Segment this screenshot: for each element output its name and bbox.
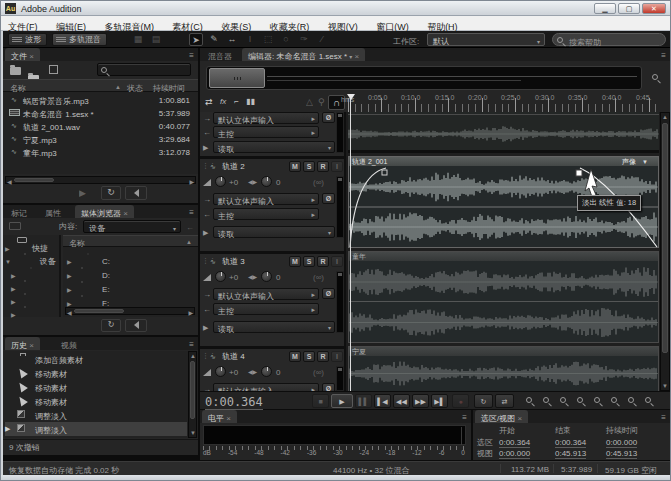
track3-mute-button[interactable]: M [289, 256, 301, 267]
zoom-selection-out-button[interactable] [628, 397, 634, 403]
track2-pan-knob[interactable] [261, 176, 272, 187]
track2-phase-button[interactable]: Ø [322, 193, 335, 204]
selection-duration[interactable]: 0:00.000 [606, 439, 637, 448]
file-row[interactable]: 未命名混音 1.sesx *5:37.989 [3, 106, 198, 119]
track1-automation-mode[interactable]: 读取 ▾ [213, 141, 335, 153]
zoom-in-button[interactable] [526, 397, 532, 403]
track3-volume-knob[interactable] [215, 271, 226, 282]
clip-tongnian[interactable]: 童年 [348, 251, 659, 343]
clip-track2-001[interactable]: 轨道 2_001 声像 ▼ 淡出 线性 值: 18 [348, 156, 659, 248]
tab-markers[interactable]: 标记 [5, 205, 33, 218]
tab-selection-view[interactable]: 选区/视图 × [475, 410, 528, 423]
file-row[interactable]: ∿ 宁夏.mp33:29.684 [3, 132, 198, 145]
view-start[interactable]: 0:00.000 [499, 450, 530, 459]
waveform-view-button[interactable]: 波形 [8, 33, 47, 46]
tab-video[interactable]: 视频 [55, 337, 83, 350]
new-item-icon[interactable] [49, 65, 58, 74]
panel-menu-icon[interactable]: ≡ [661, 51, 666, 60]
sort-asc-icon[interactable]: ▲ [115, 84, 121, 90]
tab-close-icon[interactable]: × [123, 209, 128, 218]
track3-volume-value[interactable]: +0 [229, 274, 238, 282]
tab-close-icon[interactable]: × [29, 52, 34, 61]
open-file-icon[interactable] [10, 67, 21, 75]
clip3-waveform-left[interactable] [349, 262, 658, 302]
tracks-vscrollbar[interactable]: ▲ ▼ [660, 112, 670, 391]
panel-menu-icon[interactable]: ≡ [661, 413, 666, 422]
rewind-button[interactable]: ◀◀ [393, 394, 410, 408]
tab-files[interactable]: 文件 × [5, 48, 40, 61]
history-item-current[interactable]: ▶ 调整淡入 [5, 422, 187, 436]
history-vscrollbar[interactable]: ▲ ▼ [188, 351, 197, 438]
tab-dropdown-icon[interactable]: ▾ [349, 54, 352, 60]
files-column-header[interactable]: 名称 ▲ 状态 持续时间 [3, 79, 198, 92]
minimize-button[interactable]: ▁ [594, 3, 616, 14]
panel-menu-icon[interactable]: ≡ [189, 208, 194, 217]
zoom-out-button[interactable] [543, 397, 549, 403]
track1-input-selector[interactable]: 默认立体声输入 ▸ [213, 112, 319, 124]
track2-volume-knob[interactable] [215, 176, 226, 187]
track4-name[interactable]: 轨道 4 [222, 353, 245, 361]
track4-solo-button[interactable]: S [303, 351, 315, 362]
files-search-input[interactable] [97, 63, 191, 76]
tab-levels[interactable]: 电平 × [202, 410, 237, 423]
track4-record-button[interactable]: R [317, 351, 329, 362]
clip-ningxia[interactable]: 宁夏 [348, 346, 659, 391]
track3-phase-button[interactable]: Ø [322, 288, 335, 299]
record-monitor-icon[interactable]: ⚲ [318, 97, 325, 107]
track3-input-selector[interactable]: 默认立体声输入 ▸ [213, 288, 319, 300]
marquee-tool[interactable]: ⬚ [261, 33, 275, 46]
zoom-out-time-button[interactable] [577, 397, 583, 403]
track2-input-selector[interactable]: 默认立体声输入 ▸ [213, 193, 319, 205]
clip-header[interactable]: 宁夏 [349, 347, 658, 356]
file-row[interactable]: ∿ 轨道 2_001.wav0:40.077 [3, 119, 198, 132]
brush-tool[interactable]: ✑ [297, 33, 311, 46]
zoom-range-handle[interactable] [209, 68, 265, 88]
loop-preview-icon[interactable]: ↻ [101, 186, 121, 200]
tab-properties[interactable]: 属性 [39, 205, 67, 218]
playhead-time[interactable]: 0:00.364 [205, 395, 263, 410]
track4-mute-button[interactable]: M [289, 351, 301, 362]
play-button[interactable]: ▶ [331, 394, 353, 408]
search-help-box[interactable]: 搜索帮助 [552, 33, 666, 46]
tab-history[interactable]: 历史 × [5, 337, 40, 350]
loop-preview-icon[interactable]: ↻ [101, 319, 121, 332]
track3-automation-mode[interactable]: 读取 ▾ [213, 321, 335, 333]
lasso-tool[interactable]: ○ [279, 33, 293, 46]
metronome-icon[interactable]: △ [306, 97, 313, 107]
track2-output-selector[interactable]: 主控 ▸ [213, 208, 319, 220]
zoom-navigator[interactable] [206, 66, 642, 90]
track2-mute-button[interactable]: M [289, 161, 301, 172]
playhead[interactable] [350, 94, 351, 391]
tab-editor[interactable]: 编辑器: 未命名混音 1.sesx * ▾ × [242, 48, 365, 61]
auto-play-icon[interactable] [125, 186, 147, 200]
go-to-start-button[interactable]: ▌◀ [374, 394, 391, 408]
track3-pan-knob[interactable] [261, 271, 272, 282]
panel-menu-icon[interactable]: ≡ [189, 340, 194, 349]
record-button[interactable]: ● [452, 394, 469, 408]
files-hscrollbar[interactable]: ◀ ▶ [5, 176, 196, 184]
move-tool[interactable]: ➤ [189, 33, 203, 46]
pause-button[interactable]: ▌▌ [355, 394, 372, 408]
history-item[interactable]: 移动素材 [5, 380, 187, 394]
track3-output-selector[interactable]: 主控 ▸ [213, 303, 319, 315]
slip-tool[interactable]: ↔ [225, 33, 239, 46]
track3-name[interactable]: 轨道 3 [222, 258, 245, 266]
tab-close-icon[interactable]: × [29, 341, 34, 350]
track1-phase-button[interactable]: Ø [322, 112, 335, 123]
stop-button[interactable]: ■ [312, 394, 329, 408]
clip4-waveform-left[interactable] [349, 357, 658, 390]
maximize-button[interactable]: ▢ [618, 3, 640, 14]
track4-pan-value[interactable]: 0 [276, 369, 280, 377]
tab-mixer[interactable]: 混音器 [202, 48, 238, 61]
view-end[interactable]: 0:45.913 [555, 450, 586, 459]
track2-input-monitor-button[interactable]: I [331, 161, 343, 172]
level-meter[interactable] [203, 425, 466, 445]
selection-end[interactable]: 0:00.364 [555, 439, 586, 448]
tab-media-browser[interactable]: 媒体浏览器 × [75, 205, 134, 218]
loop-playback-button[interactable]: ↻ [474, 394, 493, 408]
panel-menu-icon[interactable]: ≡ [462, 413, 467, 422]
meters-icon[interactable]: ▮▮ [246, 97, 255, 106]
file-row[interactable]: ∿ 童年.mp33:12.078 [3, 145, 198, 158]
zoom-full-button[interactable] [645, 397, 651, 403]
track1-waveform[interactable] [348, 116, 659, 152]
